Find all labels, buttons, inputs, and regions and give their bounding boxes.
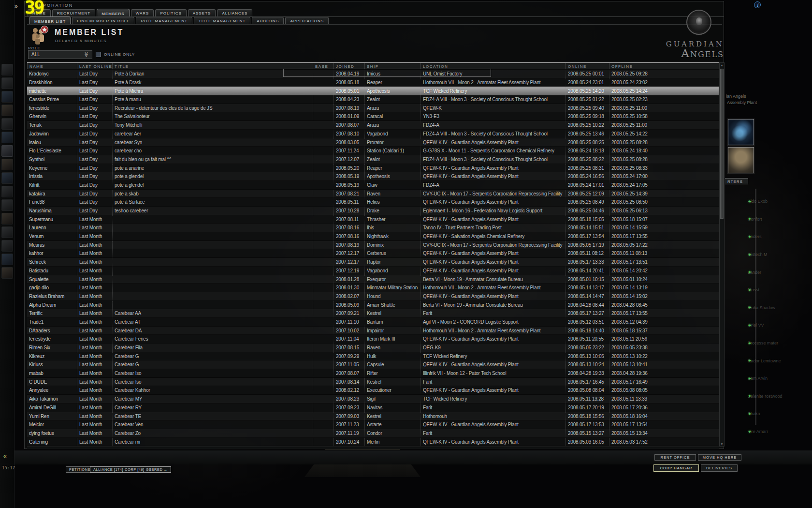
table-row[interactable]: LaurennLast Month2007.08.16IbisTanoo IV … — [27, 224, 719, 232]
table-row[interactable]: C DUDELast MonthCarebear Iso2007.08.14Ke… — [27, 378, 719, 387]
table-row[interactable]: katakiraLast Daypote a skab2007.08.21Rav… — [27, 190, 719, 198]
info-icon[interactable]: i — [754, 1, 761, 8]
subtab-applications[interactable]: APPLICATIONS — [285, 17, 329, 24]
subtab-role-management[interactable]: ROLE MANAGEMENT — [136, 17, 192, 24]
table-row[interactable]: KeyenneLast Daypote a anarine2008.05.20R… — [27, 164, 719, 173]
table-row[interactable]: KiriussLast MonthCarebear G2007.11.05Cap… — [27, 360, 719, 369]
tab-politics[interactable]: POLITICS — [155, 9, 186, 16]
table-row[interactable]: KikreuzLast MonthCarebear G2007.09.29Hul… — [27, 352, 719, 361]
neocom-icon[interactable] — [1, 145, 13, 157]
subtab-auditing[interactable]: AUDITING — [252, 17, 284, 24]
table-row[interactable]: SchreckLast Month2007.12.17RaptorQFEW-K … — [27, 258, 719, 267]
cell-title — [112, 284, 313, 292]
notification-count-badge[interactable]: 39 — [25, 0, 44, 18]
table-row[interactable]: JadawinnLast Daycarebear Aer2007.08.10Va… — [27, 130, 719, 138]
table-row[interactable]: DAtradersLast MonthCarebear DA2007.10.02… — [27, 327, 719, 335]
neocom-icon[interactable] — [1, 77, 13, 89]
cell-title — [112, 249, 313, 257]
neocom-icon[interactable] — [1, 199, 13, 211]
scrollbar[interactable]: ▴ ▾ — [719, 62, 725, 447]
move-hq-here-button[interactable]: MOVE HQ HERE — [698, 454, 741, 461]
scrollbar-thumb[interactable] — [720, 69, 724, 219]
table-row[interactable]: fenestrydeLast MonthCarebear Fenes2007.1… — [27, 335, 719, 344]
table-row[interactable]: Aiko TakamoriLast MonthCarebear MY2007.0… — [27, 395, 719, 403]
table-row[interactable]: Rimen SixLast MonthCarebear Fila2007.08.… — [27, 344, 719, 352]
table-row[interactable]: IrrissiaLast Daypote a glendel2008.05.19… — [27, 172, 719, 181]
column-header-location[interactable]: LOCATION — [420, 63, 566, 69]
table-row[interactable]: Razielus BrahamLast Month2008.02.07Hound… — [27, 292, 719, 301]
table-row[interactable]: kahhorLast Month2007.12.17CerberusQFEW-K… — [27, 249, 719, 258]
table-row[interactable]: AnnyaleeLast MonthCarebear Kahhor2008.02… — [27, 386, 719, 395]
table-row[interactable]: Trade1Last MonthCarebear AT2007.11.10Ban… — [27, 318, 719, 327]
tab-members[interactable]: MEMBERS — [97, 9, 129, 17]
table-row[interactable]: Func38Last Daypote à Surface2008.05.11He… — [27, 198, 719, 207]
tab-recruitment[interactable]: RECRUITMENT — [52, 9, 95, 16]
table-row[interactable]: michetteLast DayPote à Michra2008.05.01A… — [27, 87, 719, 95]
table-row[interactable]: KradonycLast DayPote à Darkan2008.04.19I… — [27, 70, 719, 78]
table-row[interactable]: GateningLast MonthCarebear mi2007.10.24M… — [27, 438, 719, 447]
column-header-offline[interactable]: OFFLINE — [609, 63, 719, 69]
column-header-last-online[interactable]: LAST ONLINE▼ — [77, 63, 112, 69]
table-row[interactable]: Alpha DreamLast Month2008.05.09Amarr Shu… — [27, 301, 719, 310]
table-row[interactable]: TenakLast DayTony Mitchelli2007.08.07Ara… — [27, 121, 719, 130]
column-header-online[interactable]: ONLINE — [566, 63, 609, 69]
table-row[interactable]: dying foetusLast MonthCarebear Zo2007.11… — [27, 429, 719, 438]
column-header-joined[interactable]: JOINED — [334, 63, 364, 69]
table-row[interactable]: NarushimaLast Dayteshoo carebeer2007.10.… — [27, 207, 719, 215]
table-row[interactable]: Amiral DeGillLast MonthCarebear RY2007.0… — [27, 403, 719, 412]
scroll-up-icon[interactable]: ▴ — [720, 63, 724, 67]
table-row[interactable]: TerrificLast MonthCarebear AA2007.09.21K… — [27, 309, 719, 318]
table-row[interactable]: VenumLast Month2007.08.16NighthawkQFEW-K… — [27, 232, 719, 241]
table-row[interactable]: BatistaduLast Month2007.12.19VagabondQFE… — [27, 267, 719, 275]
neocom-icon[interactable] — [1, 105, 13, 116]
table-row[interactable]: SyntholLast Dayfait du bien ou ça fait m… — [27, 155, 719, 164]
table-row[interactable]: Flo L'EclesiasteLast Daycarebear cho2007… — [27, 147, 719, 155]
table-row[interactable]: SupermanuLast Month2007.08.11ThrasherQFE… — [27, 215, 719, 224]
neocom-icon[interactable] — [1, 186, 13, 197]
collapse-arrow-icon[interactable]: « — [3, 453, 6, 460]
expand-arrow-icon[interactable]: » — [14, 3, 17, 10]
cell-last_online: Last Day — [77, 172, 112, 180]
subtab-find-member-in-role[interactable]: FIND MEMBER IN ROLE — [72, 17, 134, 24]
table-row[interactable]: KifrittLast Daypote a glendel2008.05.19C… — [27, 181, 719, 190]
table-row[interactable]: gadjo diloLast Month2008.01.30Minmatar M… — [27, 284, 719, 292]
table-row[interactable]: Yumi RenLast MonthCarebear TE2007.09.03K… — [27, 412, 719, 421]
neocom-icon[interactable] — [1, 118, 13, 130]
column-header-name[interactable]: NAME — [27, 63, 77, 69]
table-row[interactable]: DraskhirionLast DayPote à Drask2008.05.1… — [27, 78, 719, 87]
column-header-ship[interactable]: SHIP — [364, 63, 420, 69]
table-row[interactable]: MearasLast Month2007.08.19DominixCVY-UC … — [27, 241, 719, 250]
deliveries-button[interactable]: DELIVERIES — [701, 464, 738, 472]
scroll-down-icon[interactable]: ▾ — [720, 442, 724, 446]
table-row[interactable]: Cassius PrimeLast DayPote à manu2008.04.… — [27, 95, 719, 104]
tab-wars[interactable]: WARS — [131, 9, 154, 16]
table-row[interactable]: GherwinLast DayThe Salvalooteur2008.01.0… — [27, 112, 719, 121]
neocom-icon[interactable] — [1, 172, 13, 184]
neocom-icon[interactable] — [1, 64, 13, 75]
column-header-title[interactable]: TITLE — [112, 63, 313, 69]
role-dropdown[interactable]: ALL ≫ — [28, 50, 92, 59]
corp-hangar-button[interactable]: CORP HANGAR — [653, 464, 699, 472]
neocom-icon[interactable] — [1, 267, 13, 279]
neocom-icon[interactable] — [1, 132, 13, 143]
table-row[interactable]: MelciorLast MonthCarebear Ven2007.11.23A… — [27, 420, 719, 429]
taskbar-item-alliance[interactable]: ALLIANCE [174]-CORP [49]-GSBRED ... — [90, 466, 171, 473]
column-header-base[interactable]: BASE — [313, 63, 334, 69]
neocom-icon[interactable] — [1, 159, 13, 170]
tab-alliances[interactable]: ALLIANCES — [217, 9, 252, 16]
neocom-icon[interactable] — [1, 254, 13, 265]
table-row[interactable]: SqualetteLast Month2008.01.28ExequrorBer… — [27, 275, 719, 284]
neocom-icon[interactable] — [1, 213, 13, 224]
cell-title: Carebear Zo — [112, 429, 313, 437]
neocom-icon[interactable] — [1, 91, 13, 103]
table-row[interactable]: isalouLast Daycarebear Syn2008.03.05Pror… — [27, 138, 719, 147]
neocom-icon[interactable] — [1, 226, 13, 238]
cell-last_online: Last Month — [77, 309, 112, 317]
neocom-icon[interactable] — [1, 240, 13, 252]
tab-assets[interactable]: ASSETS — [188, 9, 216, 16]
table-row[interactable]: fenestrideLast DayRecruteur - detenteur … — [27, 104, 719, 113]
subtab-title-management[interactable]: TITLE MANAGEMENT — [194, 17, 250, 24]
rent-office-button[interactable]: RENT OFFICE — [654, 454, 696, 461]
table-row[interactable]: mababLast MonthCarebear Iso2007.08.07Rif… — [27, 369, 719, 378]
online-only-checkbox[interactable] — [96, 52, 101, 57]
